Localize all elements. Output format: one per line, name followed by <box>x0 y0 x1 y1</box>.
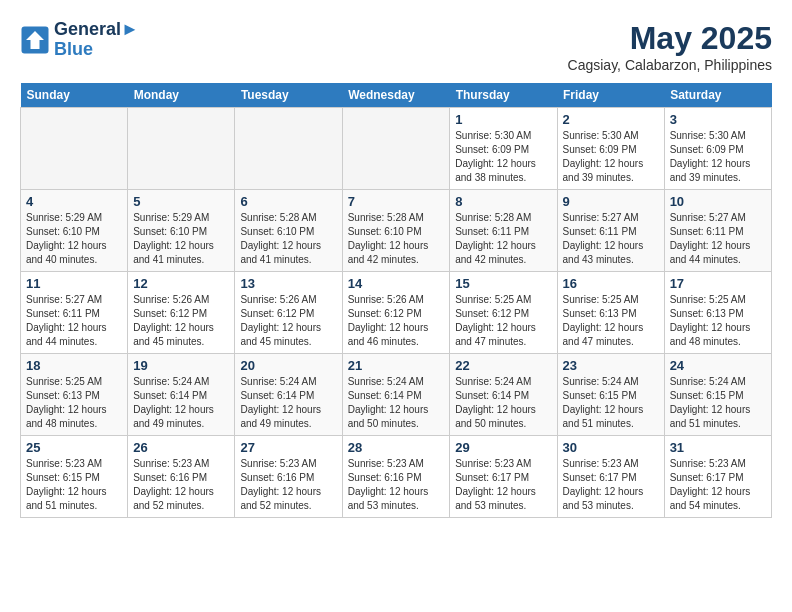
calendar-cell: 19Sunrise: 5:24 AM Sunset: 6:14 PM Dayli… <box>128 354 235 436</box>
day-info: Sunrise: 5:26 AM Sunset: 6:12 PM Dayligh… <box>348 293 445 349</box>
day-number: 22 <box>455 358 551 373</box>
calendar-cell: 9Sunrise: 5:27 AM Sunset: 6:11 PM Daylig… <box>557 190 664 272</box>
column-header-friday: Friday <box>557 83 664 108</box>
day-number: 14 <box>348 276 445 291</box>
day-info: Sunrise: 5:24 AM Sunset: 6:14 PM Dayligh… <box>240 375 336 431</box>
column-header-sunday: Sunday <box>21 83 128 108</box>
day-info: Sunrise: 5:30 AM Sunset: 6:09 PM Dayligh… <box>670 129 766 185</box>
day-number: 28 <box>348 440 445 455</box>
calendar-cell: 4Sunrise: 5:29 AM Sunset: 6:10 PM Daylig… <box>21 190 128 272</box>
day-number: 9 <box>563 194 659 209</box>
day-number: 20 <box>240 358 336 373</box>
calendar-cell: 29Sunrise: 5:23 AM Sunset: 6:17 PM Dayli… <box>450 436 557 518</box>
day-number: 27 <box>240 440 336 455</box>
calendar-week-3: 11Sunrise: 5:27 AM Sunset: 6:11 PM Dayli… <box>21 272 772 354</box>
day-number: 30 <box>563 440 659 455</box>
day-number: 1 <box>455 112 551 127</box>
calendar-cell: 7Sunrise: 5:28 AM Sunset: 6:10 PM Daylig… <box>342 190 450 272</box>
day-info: Sunrise: 5:30 AM Sunset: 6:09 PM Dayligh… <box>563 129 659 185</box>
calendar-cell: 22Sunrise: 5:24 AM Sunset: 6:14 PM Dayli… <box>450 354 557 436</box>
column-header-tuesday: Tuesday <box>235 83 342 108</box>
calendar-cell: 27Sunrise: 5:23 AM Sunset: 6:16 PM Dayli… <box>235 436 342 518</box>
calendar-cell: 8Sunrise: 5:28 AM Sunset: 6:11 PM Daylig… <box>450 190 557 272</box>
day-info: Sunrise: 5:28 AM Sunset: 6:10 PM Dayligh… <box>348 211 445 267</box>
day-number: 29 <box>455 440 551 455</box>
day-info: Sunrise: 5:26 AM Sunset: 6:12 PM Dayligh… <box>240 293 336 349</box>
calendar-week-2: 4Sunrise: 5:29 AM Sunset: 6:10 PM Daylig… <box>21 190 772 272</box>
page-header: General► Blue May 2025 Cagsiay, Calabarz… <box>20 20 772 73</box>
calendar-cell: 18Sunrise: 5:25 AM Sunset: 6:13 PM Dayli… <box>21 354 128 436</box>
day-number: 8 <box>455 194 551 209</box>
day-info: Sunrise: 5:25 AM Sunset: 6:12 PM Dayligh… <box>455 293 551 349</box>
logo: General► Blue <box>20 20 139 60</box>
day-number: 23 <box>563 358 659 373</box>
calendar-cell: 16Sunrise: 5:25 AM Sunset: 6:13 PM Dayli… <box>557 272 664 354</box>
calendar-week-5: 25Sunrise: 5:23 AM Sunset: 6:15 PM Dayli… <box>21 436 772 518</box>
day-number: 18 <box>26 358 122 373</box>
calendar-cell: 2Sunrise: 5:30 AM Sunset: 6:09 PM Daylig… <box>557 108 664 190</box>
calendar-cell: 5Sunrise: 5:29 AM Sunset: 6:10 PM Daylig… <box>128 190 235 272</box>
calendar-cell: 30Sunrise: 5:23 AM Sunset: 6:17 PM Dayli… <box>557 436 664 518</box>
calendar-cell: 21Sunrise: 5:24 AM Sunset: 6:14 PM Dayli… <box>342 354 450 436</box>
day-info: Sunrise: 5:30 AM Sunset: 6:09 PM Dayligh… <box>455 129 551 185</box>
day-info: Sunrise: 5:23 AM Sunset: 6:16 PM Dayligh… <box>133 457 229 513</box>
day-number: 24 <box>670 358 766 373</box>
day-number: 7 <box>348 194 445 209</box>
day-number: 12 <box>133 276 229 291</box>
day-number: 15 <box>455 276 551 291</box>
calendar-cell: 10Sunrise: 5:27 AM Sunset: 6:11 PM Dayli… <box>664 190 771 272</box>
month-title: May 2025 <box>568 20 772 57</box>
day-number: 16 <box>563 276 659 291</box>
day-number: 11 <box>26 276 122 291</box>
day-info: Sunrise: 5:24 AM Sunset: 6:15 PM Dayligh… <box>563 375 659 431</box>
calendar-cell: 20Sunrise: 5:24 AM Sunset: 6:14 PM Dayli… <box>235 354 342 436</box>
calendar-cell <box>342 108 450 190</box>
day-number: 5 <box>133 194 229 209</box>
day-info: Sunrise: 5:23 AM Sunset: 6:17 PM Dayligh… <box>563 457 659 513</box>
day-info: Sunrise: 5:29 AM Sunset: 6:10 PM Dayligh… <box>26 211 122 267</box>
day-info: Sunrise: 5:24 AM Sunset: 6:14 PM Dayligh… <box>348 375 445 431</box>
calendar-cell: 12Sunrise: 5:26 AM Sunset: 6:12 PM Dayli… <box>128 272 235 354</box>
calendar-week-1: 1Sunrise: 5:30 AM Sunset: 6:09 PM Daylig… <box>21 108 772 190</box>
calendar-cell: 3Sunrise: 5:30 AM Sunset: 6:09 PM Daylig… <box>664 108 771 190</box>
calendar-cell: 25Sunrise: 5:23 AM Sunset: 6:15 PM Dayli… <box>21 436 128 518</box>
day-info: Sunrise: 5:23 AM Sunset: 6:17 PM Dayligh… <box>670 457 766 513</box>
day-info: Sunrise: 5:24 AM Sunset: 6:14 PM Dayligh… <box>133 375 229 431</box>
day-info: Sunrise: 5:25 AM Sunset: 6:13 PM Dayligh… <box>563 293 659 349</box>
calendar-table: SundayMondayTuesdayWednesdayThursdayFrid… <box>20 83 772 518</box>
calendar-cell: 17Sunrise: 5:25 AM Sunset: 6:13 PM Dayli… <box>664 272 771 354</box>
calendar-week-4: 18Sunrise: 5:25 AM Sunset: 6:13 PM Dayli… <box>21 354 772 436</box>
logo-text: General► Blue <box>54 20 139 60</box>
calendar-cell: 13Sunrise: 5:26 AM Sunset: 6:12 PM Dayli… <box>235 272 342 354</box>
day-number: 26 <box>133 440 229 455</box>
calendar-cell: 28Sunrise: 5:23 AM Sunset: 6:16 PM Dayli… <box>342 436 450 518</box>
day-info: Sunrise: 5:23 AM Sunset: 6:17 PM Dayligh… <box>455 457 551 513</box>
day-number: 31 <box>670 440 766 455</box>
calendar-cell: 14Sunrise: 5:26 AM Sunset: 6:12 PM Dayli… <box>342 272 450 354</box>
day-info: Sunrise: 5:27 AM Sunset: 6:11 PM Dayligh… <box>670 211 766 267</box>
day-number: 6 <box>240 194 336 209</box>
day-number: 21 <box>348 358 445 373</box>
calendar-cell: 15Sunrise: 5:25 AM Sunset: 6:12 PM Dayli… <box>450 272 557 354</box>
calendar-header-row: SundayMondayTuesdayWednesdayThursdayFrid… <box>21 83 772 108</box>
day-info: Sunrise: 5:24 AM Sunset: 6:14 PM Dayligh… <box>455 375 551 431</box>
column-header-monday: Monday <box>128 83 235 108</box>
calendar-cell: 6Sunrise: 5:28 AM Sunset: 6:10 PM Daylig… <box>235 190 342 272</box>
day-info: Sunrise: 5:24 AM Sunset: 6:15 PM Dayligh… <box>670 375 766 431</box>
day-number: 17 <box>670 276 766 291</box>
day-info: Sunrise: 5:28 AM Sunset: 6:11 PM Dayligh… <box>455 211 551 267</box>
column-header-saturday: Saturday <box>664 83 771 108</box>
calendar-cell: 26Sunrise: 5:23 AM Sunset: 6:16 PM Dayli… <box>128 436 235 518</box>
day-info: Sunrise: 5:23 AM Sunset: 6:16 PM Dayligh… <box>348 457 445 513</box>
day-number: 4 <box>26 194 122 209</box>
day-info: Sunrise: 5:25 AM Sunset: 6:13 PM Dayligh… <box>670 293 766 349</box>
calendar-cell: 11Sunrise: 5:27 AM Sunset: 6:11 PM Dayli… <box>21 272 128 354</box>
day-number: 10 <box>670 194 766 209</box>
calendar-cell: 23Sunrise: 5:24 AM Sunset: 6:15 PM Dayli… <box>557 354 664 436</box>
day-info: Sunrise: 5:26 AM Sunset: 6:12 PM Dayligh… <box>133 293 229 349</box>
column-header-thursday: Thursday <box>450 83 557 108</box>
day-info: Sunrise: 5:27 AM Sunset: 6:11 PM Dayligh… <box>26 293 122 349</box>
day-info: Sunrise: 5:23 AM Sunset: 6:15 PM Dayligh… <box>26 457 122 513</box>
location: Cagsiay, Calabarzon, Philippines <box>568 57 772 73</box>
day-info: Sunrise: 5:29 AM Sunset: 6:10 PM Dayligh… <box>133 211 229 267</box>
